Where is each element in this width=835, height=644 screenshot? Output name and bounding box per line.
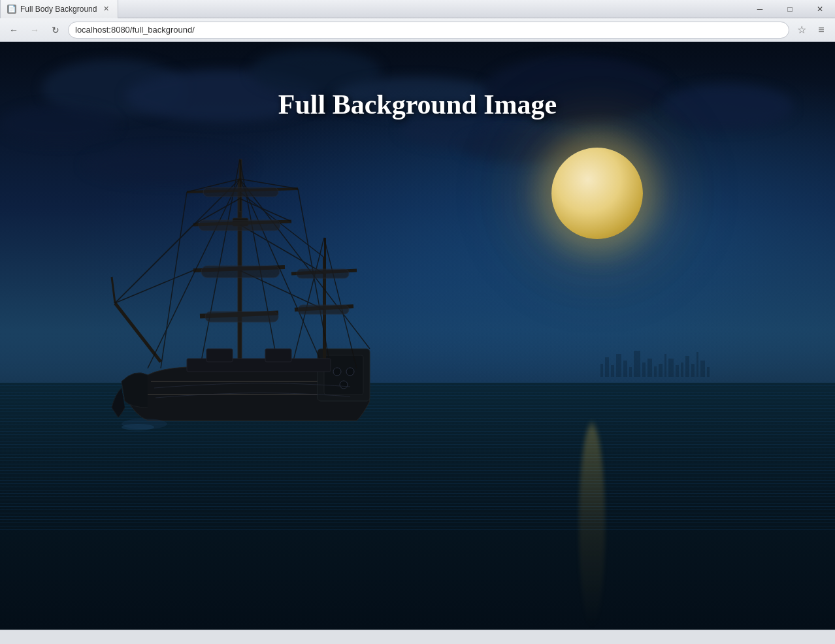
svg-rect-42 [298, 305, 349, 314]
svg-point-2 [333, 368, 341, 376]
status-bar [0, 630, 835, 644]
svg-point-47 [122, 424, 154, 430]
forward-button[interactable]: → [26, 22, 43, 39]
address-bar: ← → ↻ localhost:8080/full_background/ ☆ … [0, 18, 835, 42]
menu-button[interactable]: ≡ [813, 22, 830, 39]
bookmark-button[interactable]: ☆ [793, 22, 810, 39]
url-text: localhost:8080/full_background/ [75, 25, 195, 35]
svg-rect-39 [201, 266, 280, 278]
svg-rect-45 [265, 349, 291, 362]
moon [551, 148, 643, 239]
toolbar-right: ☆ ≡ [793, 22, 830, 39]
svg-rect-40 [205, 312, 278, 322]
browser-window: 📄 Full Body Background ✕ ─ □ ✕ ← → ↻ loc… [0, 0, 835, 644]
svg-rect-44 [206, 349, 233, 362]
tab-title: Full Body Background [20, 5, 97, 14]
svg-point-3 [346, 368, 354, 376]
maximize-button[interactable]: □ [775, 0, 805, 18]
svg-line-31 [115, 225, 193, 303]
close-button[interactable]: ✕ [805, 0, 835, 18]
svg-rect-37 [203, 187, 278, 197]
url-bar[interactable]: localhost:8080/full_background/ [68, 22, 789, 39]
moon-reflection [579, 424, 605, 630]
tab-favicon-icon: 📄 [7, 5, 16, 14]
svg-rect-41 [297, 269, 349, 278]
svg-line-35 [161, 192, 187, 368]
window-controls: ─ □ ✕ [745, 0, 835, 18]
refresh-button[interactable]: ↻ [47, 22, 64, 39]
title-bar: 📄 Full Body Background ✕ ─ □ ✕ [0, 0, 835, 18]
browser-tab[interactable]: 📄 Full Body Background ✕ [0, 0, 118, 18]
ship [108, 127, 383, 453]
tab-close-button[interactable]: ✕ [101, 4, 111, 14]
background-scene: Full Background Image [0, 42, 835, 630]
page-title: Full Background Image [278, 89, 557, 120]
svg-line-17 [112, 277, 115, 303]
svg-rect-38 [199, 220, 280, 231]
svg-line-16 [115, 303, 161, 362]
web-content: Full Background Image [0, 42, 835, 630]
svg-point-4 [340, 381, 348, 389]
back-button[interactable]: ← [5, 22, 22, 39]
skyline-silhouette [600, 351, 710, 377]
minimize-button[interactable]: ─ [745, 0, 775, 18]
